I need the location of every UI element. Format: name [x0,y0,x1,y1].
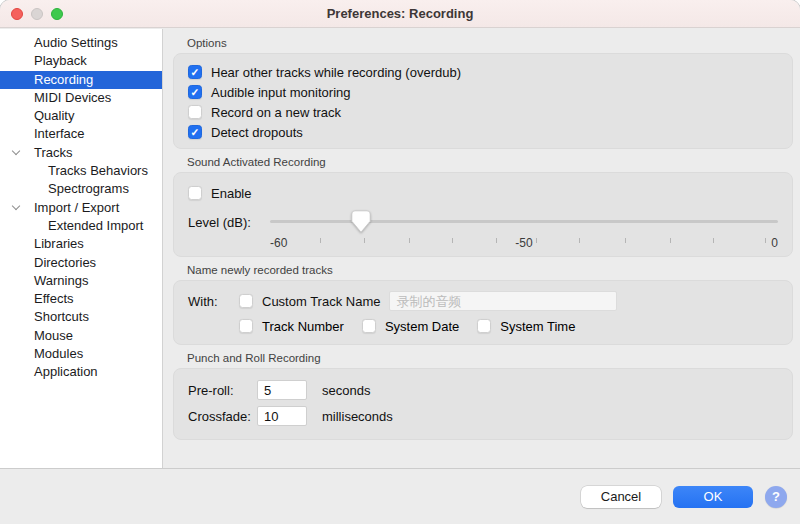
sidebar-item-modules[interactable]: Modules [0,345,162,363]
ruler-label-minus50: -50 [515,236,532,250]
sidebar-item-label: Audio Settings [34,35,118,50]
detect-dropouts-checkbox-label: Detect dropouts [211,125,303,140]
crossfade-unit-label: milliseconds [322,409,393,424]
level-row: Level (dB): [188,209,778,235]
sound-activation-enable-label: Enable [211,186,251,201]
sidebar-item-midi-devices[interactable]: MIDI Devices [0,89,162,107]
sidebar-item-label: Modules [34,346,83,361]
sidebar-item-label: Spectrograms [48,181,129,196]
level-slider-thumb[interactable] [351,210,371,233]
sidebar-item-directories[interactable]: Directories [0,254,162,272]
level-slider-track[interactable] [270,220,778,223]
cancel-button[interactable]: Cancel [581,486,661,508]
sidebar-item-recording[interactable]: Recording [0,71,162,89]
system-date-checkbox[interactable] [362,319,376,333]
with-row: With: Custom Track Name [188,291,778,311]
option-row: Hear other tracks while recording (overd… [188,62,778,82]
section-title-punch-roll: Punch and Roll Recording [187,352,793,364]
system-time-label: System Time [500,319,575,334]
with-label: With: [188,294,230,309]
ruler-tick [579,238,580,243]
preferences-window: Preferences: Recording Audio Settings Pl… [0,0,800,524]
ruler-label-zero: 0 [771,236,778,250]
help-button[interactable]: ? [765,486,787,508]
sidebar-item-label: Libraries [34,236,84,251]
system-time-checkbox[interactable] [477,319,491,333]
option-row: Audible input monitoring [188,82,778,102]
chevron-down-icon[interactable] [12,147,20,155]
sidebar-item-label: Warnings [34,273,88,288]
naming-groupbox: With: Custom Track Name Track Number Sys… [173,280,793,345]
sidebar-item-libraries[interactable]: Libraries [0,235,162,253]
crossfade-label: Crossfade: [188,409,257,424]
record-new-track-checkbox[interactable] [188,105,202,119]
sidebar-item-label: Tracks Behaviors [48,163,148,178]
system-date-label: System Date [385,319,459,334]
window-title: Preferences: Recording [327,6,474,21]
sidebar-item-warnings[interactable]: Warnings [0,272,162,290]
sidebar-item-label: Tracks [34,145,73,160]
detect-dropouts-checkbox[interactable] [188,125,202,139]
sidebar-item-application[interactable]: Application [0,363,162,381]
sidebar-item-playback[interactable]: Playback [0,52,162,70]
ruler-tick [320,238,321,243]
recording-preferences-panel: Options Hear other tracks while recordin… [164,29,800,468]
minimize-button-icon[interactable] [31,8,43,20]
pre-roll-label: Pre-roll: [188,383,257,398]
record-new-track-checkbox-label: Record on a new track [211,105,341,120]
sidebar-item-extended-import[interactable]: Extended Import [0,217,162,235]
sidebar-item-label: Quality [34,108,74,123]
pre-roll-input[interactable] [257,380,307,400]
custom-track-name-input[interactable] [389,291,617,311]
sidebar-item-tracks[interactable]: Tracks [0,144,162,162]
ruler-tick [536,238,537,243]
custom-track-name-checkbox[interactable] [239,294,253,308]
pre-roll-unit-label: seconds [322,383,370,398]
sidebar-item-label: Recording [34,72,93,87]
ruler-tick [670,238,671,243]
section-title-naming: Name newly recorded tracks [187,264,793,276]
level-slider[interactable] [270,209,778,235]
sidebar-item-interface[interactable]: Interface [0,125,162,143]
sidebar-item-label: Interface [34,126,85,141]
sidebar-item-import-export[interactable]: Import / Export [0,199,162,217]
sidebar-item-audio-settings[interactable]: Audio Settings [0,34,162,52]
sound-activation-enable-checkbox[interactable] [188,186,202,200]
sidebar-item-mouse[interactable]: Mouse [0,327,162,345]
crossfade-input[interactable] [257,406,307,426]
ruler-tick [713,238,714,243]
ruler-tick [625,238,626,243]
zoom-button-icon[interactable] [51,8,63,20]
sidebar-item-tracks-behaviors[interactable]: Tracks Behaviors [0,162,162,180]
ruler-tick [452,238,453,243]
audible-input-monitoring-checkbox[interactable] [188,85,202,99]
sidebar-item-spectrograms[interactable]: Spectrograms [0,180,162,198]
chevron-down-icon[interactable] [12,201,20,209]
traffic-lights [11,0,63,27]
track-number-checkbox[interactable] [239,319,253,333]
crossfade-row: Crossfade: milliseconds [188,405,778,427]
sidebar-item-label: MIDI Devices [34,90,111,105]
ruler-tick [409,238,410,243]
ok-button[interactable]: OK [673,486,753,508]
option-row: Record on a new track [188,102,778,122]
option-row: Detect dropouts [188,122,778,142]
section-title-options: Options [187,37,793,49]
sidebar-item-label: Application [34,364,98,379]
overdub-checkbox-label: Hear other tracks while recording (overd… [211,65,461,80]
naming-extras-row: Track Number System Date System Time [239,316,778,336]
options-groupbox: Hear other tracks while recording (overd… [173,53,793,149]
overdub-checkbox[interactable] [188,65,202,79]
dialog-footer: Cancel OK ? [0,468,800,524]
sidebar-item-label: Mouse [34,328,73,343]
ruler-label-minus60: -60 [270,236,287,250]
sidebar-item-effects[interactable]: Effects [0,290,162,308]
pre-roll-row: Pre-roll: seconds [188,379,778,401]
sidebar-item-shortcuts[interactable]: Shortcuts [0,308,162,326]
sidebar-item-label: Shortcuts [34,309,89,324]
titlebar: Preferences: Recording [0,0,800,28]
close-button-icon[interactable] [11,8,23,20]
enable-row: Enable [188,183,778,203]
sidebar-item-label: Effects [34,291,74,306]
sidebar-item-quality[interactable]: Quality [0,107,162,125]
